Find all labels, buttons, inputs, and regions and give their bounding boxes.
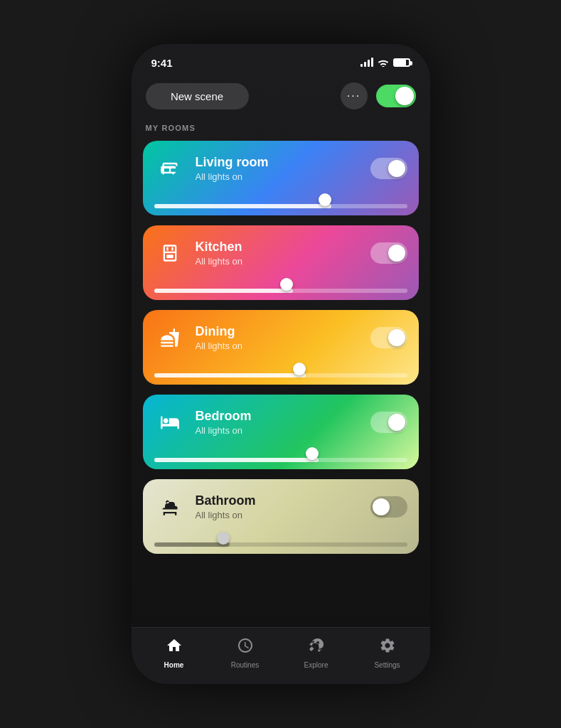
more-dots-icon: ··· — [347, 90, 360, 102]
master-toggle-knob — [395, 87, 414, 105]
bathroom-slider[interactable] — [154, 542, 407, 547]
bedroom-icon — [154, 407, 186, 438]
phone-content: 9:41 New scene — [132, 44, 430, 684]
more-button[interactable]: ··· — [341, 82, 368, 109]
battery-icon — [393, 58, 410, 67]
nav-explore[interactable]: Explore — [281, 633, 352, 673]
living-room-subtitle: All lights on — [196, 171, 360, 182]
kitchen-subtitle: All lights on — [196, 256, 360, 267]
settings-icon — [379, 637, 396, 658]
phone-wrapper: 9:41 New scene — [132, 44, 430, 684]
kitchen-name: Kitchen — [196, 240, 360, 255]
dining-name: Dining — [196, 324, 360, 339]
nav-settings-label: Settings — [374, 661, 400, 669]
kitchen-icon — [154, 237, 186, 269]
nav-routines-label: Routines — [231, 661, 259, 669]
room-card-living-room[interactable]: Living room All lights on — [143, 141, 419, 215]
dining-icon — [154, 322, 186, 353]
status-time: 9:41 — [151, 57, 173, 69]
master-toggle[interactable] — [376, 85, 416, 107]
rooms-list: Living room All lights on — [132, 141, 430, 627]
nav-explore-label: Explore — [304, 661, 328, 669]
bedroom-subtitle: All lights on — [196, 425, 360, 436]
room-card-kitchen[interactable]: Kitchen All lights on — [143, 225, 419, 300]
my-rooms-label: MY ROOMS — [132, 121, 430, 141]
bedroom-name: Bedroom — [196, 409, 360, 424]
kitchen-slider[interactable] — [154, 289, 407, 293]
status-icons — [360, 58, 410, 67]
bedroom-toggle[interactable] — [370, 412, 407, 433]
room-card-bathroom[interactable]: Bathroom All lights on — [143, 479, 419, 554]
living-room-icon — [154, 153, 186, 184]
bottom-nav: Home Routines Explore Settings — [132, 627, 430, 684]
room-card-bedroom[interactable]: Bedroom All lights on — [143, 395, 419, 469]
header: New scene ··· — [132, 75, 430, 121]
living-room-name: Living room — [196, 155, 360, 170]
dining-toggle[interactable] — [370, 327, 407, 348]
dining-slider[interactable] — [154, 373, 407, 378]
signal-icon — [360, 58, 373, 67]
home-icon — [166, 637, 183, 658]
wifi-icon — [378, 58, 389, 67]
new-scene-button[interactable]: New scene — [146, 83, 249, 109]
room-card-dining[interactable]: Dining All lights on — [143, 310, 419, 385]
living-room-slider[interactable] — [154, 204, 407, 208]
kitchen-toggle[interactable] — [370, 242, 407, 264]
nav-home-label: Home — [164, 661, 184, 669]
nav-routines[interactable]: Routines — [210, 633, 281, 673]
routines-icon — [237, 637, 254, 658]
living-room-toggle[interactable] — [370, 158, 407, 179]
nav-settings[interactable]: Settings — [352, 633, 423, 673]
dining-subtitle: All lights on — [196, 341, 360, 351]
nav-home[interactable]: Home — [139, 633, 210, 673]
bathroom-subtitle: All lights on — [196, 510, 360, 520]
bathroom-name: Bathroom — [196, 493, 360, 508]
bedroom-slider[interactable] — [154, 458, 407, 462]
status-bar: 9:41 — [132, 44, 430, 75]
bathroom-toggle[interactable] — [370, 496, 407, 518]
explore-icon — [308, 637, 325, 658]
bathroom-icon — [154, 491, 186, 523]
